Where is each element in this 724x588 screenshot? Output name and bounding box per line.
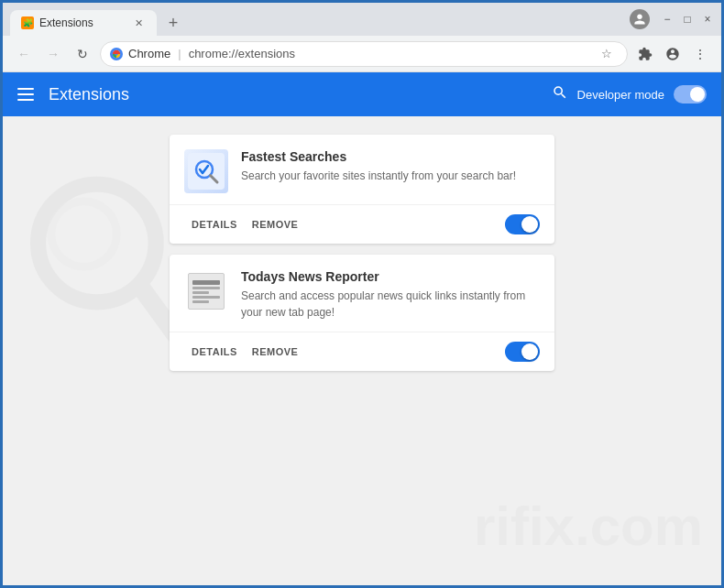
developer-mode-toggle[interactable] [674, 85, 707, 103]
search-icon[interactable] [552, 84, 568, 104]
extensions-list: Fastest Searches Search your favorite si… [170, 135, 554, 371]
extension-card-todays-news-reporter: Todays News Reporter Search and access p… [170, 255, 554, 371]
news-icon-line [192, 280, 220, 285]
extension-icon-fastest-searches [184, 149, 228, 193]
tab-label: Extensions [39, 16, 93, 29]
refresh-button[interactable]: ↻ [71, 42, 94, 66]
news-icon-line [192, 287, 220, 289]
extension-card-footer: DETAILS REMOVE [170, 332, 554, 371]
new-tab-button[interactable]: + [160, 10, 186, 36]
url-separator: | [178, 47, 181, 60]
menu-button[interactable] [17, 88, 34, 101]
extension-name: Todays News Reporter [241, 269, 540, 284]
minimize-button[interactable]: − [661, 13, 674, 26]
extension-toggle[interactable] [505, 214, 540, 234]
extensions-button[interactable] [633, 42, 657, 66]
extension-card-body: Todays News Reporter Search and access p… [170, 255, 554, 332]
extension-info: Fastest Searches Search your favorite si… [241, 149, 540, 184]
close-button[interactable]: × [701, 13, 714, 26]
site-favicon [110, 48, 123, 60]
watermark-text: rifix.com [474, 495, 703, 558]
extension-icon-todays-news-reporter [184, 269, 228, 313]
bookmark-button[interactable]: ☆ [596, 43, 618, 65]
details-button[interactable]: DETAILS [184, 343, 245, 361]
svg-rect-4 [188, 153, 225, 190]
tab-bar: 🧩 Extensions ✕ + [10, 3, 626, 36]
extension-card-footer: DETAILS REMOVE [170, 204, 554, 244]
news-icon-line [192, 300, 209, 303]
url-actions: ☆ [596, 43, 618, 65]
back-button[interactable]: ← [12, 42, 36, 66]
extension-card-fastest-searches: Fastest Searches Search your favorite si… [170, 135, 554, 244]
more-button[interactable]: ⋮ [688, 42, 712, 66]
browser-window: 🧩 Extensions ✕ + − □ × ← → ↻ Chrome | ch… [0, 0, 724, 588]
extensions-content: rifix.com Fastest Searches [3, 116, 721, 585]
developer-mode-area: Developer mode [552, 84, 707, 104]
extension-card-body: Fastest Searches Search your favorite si… [170, 135, 554, 204]
svg-point-2 [51, 201, 116, 267]
tab-close-button[interactable]: ✕ [131, 16, 146, 30]
extension-toggle[interactable] [505, 342, 540, 362]
page-title: Extensions [49, 85, 537, 104]
maximize-button[interactable]: □ [681, 13, 694, 26]
window-controls: − □ × [661, 13, 714, 26]
site-name: Chrome [128, 47, 170, 60]
extension-toggle-knob [521, 216, 538, 233]
news-icon-inner [188, 273, 225, 310]
extension-description: Search and access popular news quick lin… [241, 288, 540, 321]
extension-toggle-knob [521, 343, 538, 360]
profile-button[interactable] [661, 42, 685, 66]
extensions-header: Extensions Developer mode [3, 72, 721, 116]
title-bar: 🧩 Extensions ✕ + − □ × [3, 3, 721, 36]
profile-icon[interactable] [630, 9, 650, 29]
url-bar[interactable]: Chrome | chrome://extensions ☆ [100, 41, 628, 67]
tab-favicon: 🧩 [21, 16, 34, 29]
developer-mode-label: Developer mode [577, 88, 664, 102]
news-icon-line [192, 291, 209, 294]
url-path: chrome://extensions [189, 47, 295, 60]
forward-button[interactable]: → [41, 42, 65, 66]
remove-button[interactable]: REMOVE [245, 343, 306, 361]
extension-info: Todays News Reporter Search and access p… [241, 269, 540, 321]
address-bar: ← → ↻ Chrome | chrome://extensions ☆ ⋮ [3, 36, 721, 72]
extension-description: Search your favorite sites instantly fro… [241, 168, 540, 184]
watermark-magnifier [21, 171, 186, 354]
news-icon-line [192, 296, 220, 299]
toolbar-actions: ⋮ [633, 42, 712, 66]
toggle-knob [690, 87, 705, 102]
tab-extensions[interactable]: 🧩 Extensions ✕ [10, 10, 157, 36]
remove-button[interactable]: REMOVE [245, 215, 306, 234]
details-button[interactable]: DETAILS [184, 215, 245, 234]
extension-name: Fastest Searches [241, 149, 540, 164]
